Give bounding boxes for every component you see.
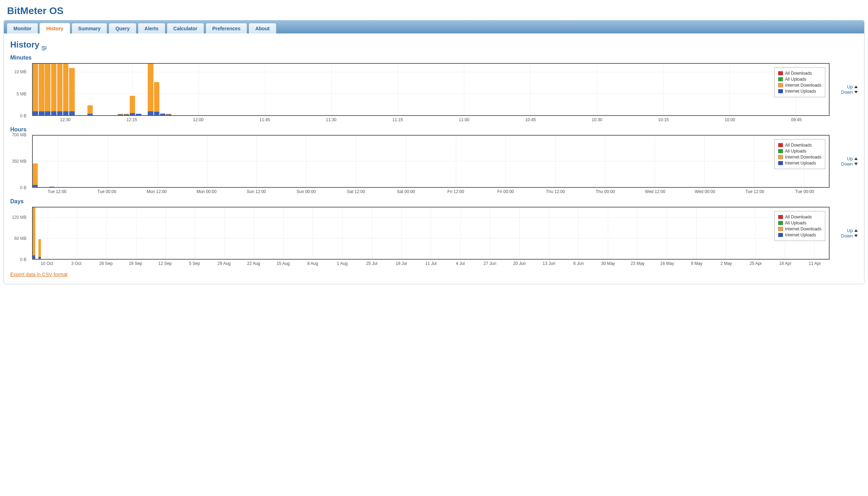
section-title-minutes: Minutes (10, 55, 858, 61)
all-uploads-swatch (778, 77, 783, 81)
bar-internet-downloads (154, 82, 159, 115)
page-title: History (10, 40, 858, 50)
xaxis-tick: 11:45 (259, 117, 270, 122)
legend-item-all-downloads: All Downloads (778, 71, 821, 76)
zoom-up-button[interactable]: Up (833, 228, 858, 233)
xaxis-tick: Mon 00:00 (196, 189, 216, 194)
xaxis-tick: Sat 00:00 (397, 189, 415, 194)
xaxis-tick: Tue 12:00 (745, 189, 764, 194)
xaxis-tick: 22 Aug (247, 261, 260, 266)
bar-internet-uploads (45, 111, 50, 115)
legend-label: Internet Downloads (785, 83, 821, 88)
tab-about[interactable]: About (249, 23, 276, 33)
bar-internet-uploads (160, 114, 165, 115)
xaxis-tick: 2 May (720, 261, 732, 266)
legend-item-internet-uploads: Internet Uploads (778, 232, 821, 237)
zoom-up-button[interactable]: Up (833, 156, 858, 161)
yaxis-tick: 0 B (20, 185, 26, 190)
xaxis-tick: 1 Aug (337, 261, 348, 266)
tab-bar: MonitorHistorySummaryQueryAlertsCalculat… (4, 20, 864, 33)
days-yaxis: 0 B60 MB120 MB (10, 207, 29, 260)
bar-internet-downloads (148, 64, 153, 115)
xaxis-tick: Thu 00:00 (596, 189, 615, 194)
bar-internet-downloads (38, 239, 41, 259)
bar-internet-downloads (130, 96, 135, 115)
yaxis-tick: 0 B (20, 257, 26, 262)
xaxis-tick: Tue 00:00 (795, 189, 814, 194)
xaxis-tick: Sun 00:00 (297, 189, 316, 194)
all-downloads-swatch (778, 215, 783, 219)
bar-internet-downloads (69, 68, 74, 115)
hours-yaxis: 0 B350 MB700 MB (10, 135, 29, 188)
legend-label: All Downloads (785, 143, 812, 148)
minutes-zoom-controls: UpDown (833, 84, 858, 95)
xaxis-tick: Sat 12:00 (347, 189, 365, 194)
zoom-up-button[interactable]: Up (833, 84, 858, 89)
page-title-text: History (10, 40, 39, 50)
bar-internet-uploads (148, 111, 153, 115)
xaxis-tick: Wed 00:00 (695, 189, 715, 194)
zoom-down-button[interactable]: Down (833, 89, 858, 95)
xaxis-tick: 19 Sep (129, 261, 142, 266)
tab-preferences[interactable]: Preferences (206, 23, 247, 33)
yaxis-tick: 60 MB (14, 236, 26, 241)
xaxis-tick: 26 Sep (99, 261, 112, 266)
bar-internet-uploads (33, 255, 35, 259)
legend-label: All Uploads (785, 149, 807, 154)
xaxis-tick: 10:45 (525, 117, 536, 122)
xaxis-tick: 30 May (601, 261, 615, 266)
tab-summary[interactable]: Summary (72, 23, 108, 33)
content-area: History Minutes0 B5 MB10 MBAll Downloads… (4, 33, 864, 284)
legend-item-internet-downloads: Internet Downloads (778, 155, 821, 160)
xaxis-tick: 11:15 (392, 117, 403, 122)
legend-label: All Uploads (785, 77, 807, 82)
bar-internet-downloads (45, 64, 50, 115)
yaxis-tick: 5 MB (17, 92, 26, 97)
xaxis-tick: 23 May (631, 261, 644, 266)
legend-item-all-downloads: All Downloads (778, 215, 821, 219)
xaxis-tick: 16 May (660, 261, 674, 266)
xaxis-tick: Tue 00:00 (97, 189, 116, 194)
days-xaxis: 10 Oct3 Oct26 Sep19 Sep12 Sep5 Sep29 Aug… (32, 261, 830, 267)
xaxis-tick: Fri 12:00 (447, 189, 464, 194)
xaxis-tick: 27 Jun (484, 261, 496, 266)
bar-internet-downloads (63, 64, 68, 115)
bar-internet-downloads (51, 64, 56, 115)
hours-xaxis: Tue 12:00Tue 00:00Mon 12:00Mon 00:00Sun … (32, 189, 830, 195)
tab-monitor[interactable]: Monitor (7, 23, 38, 33)
legend-item-internet-uploads: Internet Uploads (778, 161, 821, 166)
legend-label: All Uploads (785, 221, 807, 225)
all-downloads-swatch (778, 143, 783, 147)
legend-item-all-uploads: All Uploads (778, 221, 821, 225)
yaxis-tick: 700 MB (12, 132, 26, 137)
xaxis-tick: 6 Jun (573, 261, 583, 266)
all-uploads-swatch (778, 221, 783, 225)
yaxis-tick: 0 B (20, 113, 26, 118)
popout-icon[interactable] (42, 43, 47, 47)
tab-history[interactable]: History (39, 23, 70, 33)
app-title: BitMeter OS (7, 5, 864, 17)
internet-downloads-swatch (778, 83, 783, 87)
bar-internet-uploads (38, 257, 41, 259)
internet-downloads-swatch (778, 227, 783, 231)
bar-internet-uploads (57, 111, 62, 115)
tab-calculator[interactable]: Calculator (167, 23, 204, 33)
xaxis-tick: 12 Sep (158, 261, 172, 266)
section-title-days: Days (10, 198, 858, 205)
export-csv-link[interactable]: Export data in CSV format (10, 272, 68, 277)
bar-internet-uploads (154, 112, 159, 115)
zoom-down-button[interactable]: Down (833, 161, 858, 167)
tab-query[interactable]: Query (109, 23, 136, 33)
bar-internet-uploads (51, 111, 56, 115)
tab-alerts[interactable]: Alerts (138, 23, 165, 33)
xaxis-tick: 18 Jul (396, 261, 407, 266)
legend-label: All Downloads (785, 71, 812, 76)
xaxis-tick: 18 Apr (779, 261, 791, 266)
xaxis-tick: Wed 12:00 (645, 189, 665, 194)
internet-downloads-swatch (778, 155, 783, 159)
yaxis-tick: 120 MB (12, 215, 26, 220)
bar-internet-uploads (33, 185, 38, 187)
xaxis-tick: 8 Aug (307, 261, 318, 266)
xaxis-tick: 12:00 (193, 117, 203, 122)
zoom-down-button[interactable]: Down (833, 233, 858, 238)
